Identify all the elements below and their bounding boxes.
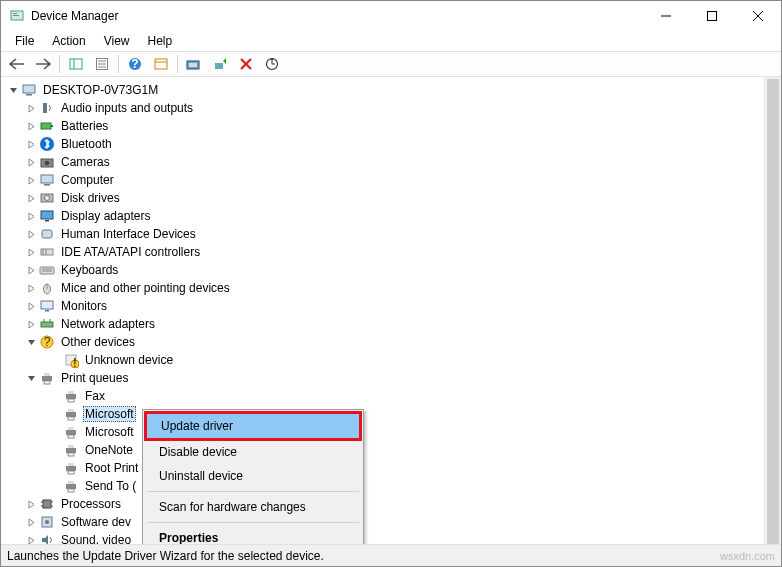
- svg-rect-56: [42, 376, 52, 381]
- svg-rect-27: [51, 125, 53, 127]
- tree-device[interactable]: Root Print: [1, 459, 781, 477]
- forward-button[interactable]: [31, 53, 55, 75]
- ctx-uninstall-device[interactable]: Uninstall device: [145, 464, 361, 488]
- menu-action[interactable]: Action: [44, 32, 93, 50]
- chevron-right-icon[interactable]: [23, 266, 39, 275]
- help-button[interactable]: ?: [123, 53, 147, 75]
- chevron-right-icon[interactable]: [23, 158, 39, 167]
- battery-icon: [39, 118, 55, 134]
- chevron-right-icon[interactable]: [23, 518, 39, 527]
- chevron-down-icon[interactable]: [23, 374, 39, 383]
- device-tree[interactable]: DESKTOP-0V73G1M Audio inputs and outputs…: [1, 77, 781, 544]
- update-driver-button[interactable]: [182, 53, 206, 75]
- tree-device[interactable]: Microsoft: [1, 423, 781, 441]
- tree-category[interactable]: Print queues: [1, 369, 781, 387]
- tree-category[interactable]: Computer: [1, 171, 781, 189]
- menu-file[interactable]: File: [7, 32, 42, 50]
- tree-device[interactable]: !Unknown device: [1, 351, 781, 369]
- printer-icon: [39, 370, 55, 386]
- tree-category-label: Display adapters: [59, 208, 152, 224]
- tree-category[interactable]: Network adapters: [1, 315, 781, 333]
- chevron-right-icon[interactable]: [23, 230, 39, 239]
- svg-rect-31: [41, 175, 53, 183]
- tree-device[interactable]: Fax: [1, 387, 781, 405]
- ctx-disable-device[interactable]: Disable device: [145, 440, 361, 464]
- chevron-down-icon[interactable]: [5, 86, 21, 95]
- chevron-right-icon[interactable]: [23, 122, 39, 131]
- chevron-right-icon[interactable]: [23, 104, 39, 113]
- properties-button[interactable]: [90, 53, 114, 75]
- printer-icon: [63, 406, 79, 422]
- tree-category[interactable]: Sound, video: [1, 531, 781, 544]
- tree-category-label: Network adapters: [59, 316, 157, 332]
- tree-device[interactable]: Microsoft: [1, 405, 781, 423]
- svg-rect-46: [41, 301, 53, 309]
- tree-category[interactable]: IDE ATA/ATAPI controllers: [1, 243, 781, 261]
- chevron-right-icon[interactable]: [23, 212, 39, 221]
- chevron-right-icon[interactable]: [23, 536, 39, 545]
- svg-rect-25: [43, 103, 47, 113]
- tree-category[interactable]: Processors: [1, 495, 781, 513]
- tree-category-label: Monitors: [59, 298, 109, 314]
- uninstall-device-button[interactable]: [234, 53, 258, 75]
- ctx-properties[interactable]: Properties: [145, 526, 361, 544]
- app-icon: [9, 8, 25, 24]
- tree-category[interactable]: ?Other devices: [1, 333, 781, 351]
- view-button[interactable]: [149, 53, 173, 75]
- show-hide-console-tree-button[interactable]: [64, 53, 88, 75]
- tree-category[interactable]: Bluetooth: [1, 135, 781, 153]
- svg-rect-47: [45, 310, 49, 312]
- close-button[interactable]: [735, 1, 781, 31]
- tree-category-label: Batteries: [59, 118, 110, 134]
- enable-device-button[interactable]: [208, 53, 232, 75]
- svg-rect-26: [41, 123, 51, 129]
- tree-category-label: Software dev: [59, 514, 133, 530]
- window-title: Device Manager: [31, 9, 643, 23]
- chevron-right-icon[interactable]: [23, 320, 39, 329]
- disk-icon: [39, 190, 55, 206]
- chevron-right-icon[interactable]: [23, 248, 39, 257]
- svg-point-34: [45, 196, 50, 201]
- chevron-down-icon[interactable]: [23, 338, 39, 347]
- tree-category[interactable]: Audio inputs and outputs: [1, 99, 781, 117]
- tree-category[interactable]: Software dev: [1, 513, 781, 531]
- maximize-button[interactable]: [689, 1, 735, 31]
- svg-text:?: ?: [44, 335, 51, 349]
- chevron-right-icon[interactable]: [23, 284, 39, 293]
- svg-rect-61: [68, 399, 74, 402]
- chevron-right-icon[interactable]: [23, 194, 39, 203]
- back-button[interactable]: [5, 53, 29, 75]
- tree-category-label: IDE ATA/ATAPI controllers: [59, 244, 202, 260]
- chevron-right-icon[interactable]: [23, 500, 39, 509]
- tree-category[interactable]: Monitors: [1, 297, 781, 315]
- chevron-right-icon[interactable]: [23, 176, 39, 185]
- menu-view[interactable]: View: [96, 32, 138, 50]
- tree-category[interactable]: Disk drives: [1, 189, 781, 207]
- mouse-icon: [39, 280, 55, 296]
- printer-icon: [63, 442, 79, 458]
- tree-category[interactable]: Human Interface Devices: [1, 225, 781, 243]
- tree-device-label: OneNote: [83, 442, 135, 458]
- tree-category[interactable]: Mice and other pointing devices: [1, 279, 781, 297]
- tree-category[interactable]: Display adapters: [1, 207, 781, 225]
- scrollbar-thumb[interactable]: [767, 79, 779, 544]
- ctx-update-driver[interactable]: Update driver: [144, 411, 362, 441]
- scan-hardware-button[interactable]: [260, 53, 284, 75]
- ctx-scan-hardware[interactable]: Scan for hardware changes: [145, 495, 361, 519]
- display-icon: [39, 208, 55, 224]
- svg-rect-7: [70, 59, 82, 69]
- minimize-button[interactable]: [643, 1, 689, 31]
- tree-category[interactable]: Batteries: [1, 117, 781, 135]
- tree-category[interactable]: Cameras: [1, 153, 781, 171]
- tree-category-label: Audio inputs and outputs: [59, 100, 195, 116]
- scrollbar-vertical[interactable]: [764, 77, 781, 544]
- chevron-right-icon[interactable]: [23, 302, 39, 311]
- cpu-icon: [39, 496, 55, 512]
- menu-help[interactable]: Help: [140, 32, 181, 50]
- tree-category[interactable]: Keyboards: [1, 261, 781, 279]
- chevron-right-icon[interactable]: [23, 140, 39, 149]
- tree-category-label: Keyboards: [59, 262, 120, 278]
- tree-root[interactable]: DESKTOP-0V73G1M: [1, 81, 781, 99]
- tree-device[interactable]: OneNote: [1, 441, 781, 459]
- tree-device[interactable]: Send To (: [1, 477, 781, 495]
